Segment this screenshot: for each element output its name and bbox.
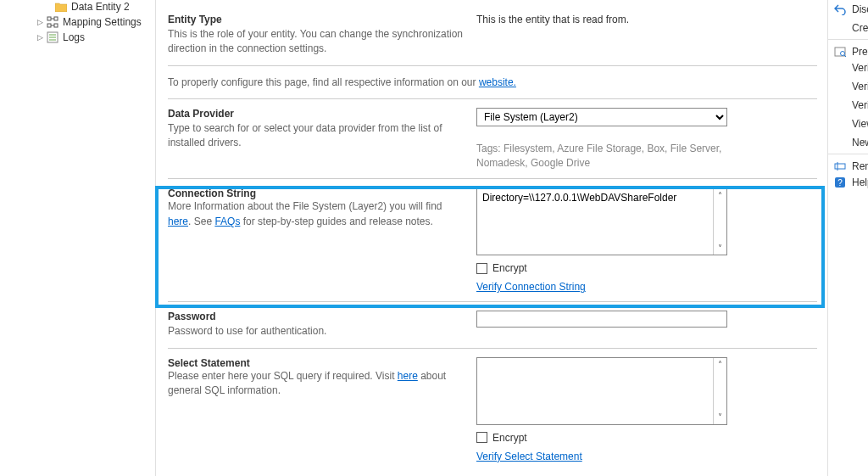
select-statement-desc: Please enter here your SQL query if requ…: [168, 369, 465, 399]
select-statement-here-link[interactable]: here: [398, 370, 418, 382]
scroll-down-icon[interactable]: ˅: [714, 411, 726, 424]
blank-icon: [833, 117, 847, 131]
rename-icon: [833, 160, 847, 173]
tree-item-logs[interactable]: ▷ Logs: [0, 31, 155, 44]
svg-rect-0: [47, 17, 51, 20]
connection-string-title: Connection String: [168, 188, 465, 199]
select-statement-input[interactable]: [477, 358, 714, 424]
undo-icon: [833, 3, 847, 16]
scrollbar[interactable]: ˄ ˅: [713, 358, 726, 424]
scroll-down-icon[interactable]: ˅: [714, 241, 726, 255]
connection-string-desc: More Information about the File System (…: [168, 199, 465, 229]
entity-type-desc: This is the role of your entity. You can…: [168, 27, 465, 57]
svg-rect-13: [835, 164, 845, 169]
help-icon: ?: [833, 176, 847, 189]
folder-icon: [54, 0, 68, 14]
verify-action-1[interactable]: Veri: [828, 59, 868, 77]
create-action[interactable]: Crea: [828, 19, 868, 37]
data-provider-title: Data Provider: [168, 108, 465, 120]
verify-connection-string-link[interactable]: Verify Connection String: [476, 281, 586, 293]
tree-item-data-entity-2[interactable]: Data Entity 2: [0, 0, 155, 14]
view-action[interactable]: View: [828, 115, 868, 133]
password-input[interactable]: [476, 311, 727, 328]
blank-icon: [833, 136, 847, 149]
entity-type-title: Entity Type: [168, 14, 465, 25]
tree-item-label: Mapping Settings: [61, 16, 142, 28]
discard-action[interactable]: Disc: [828, 0, 868, 19]
new-action[interactable]: New: [828, 133, 868, 152]
verify-select-statement-link[interactable]: Verify Select Statement: [476, 451, 582, 462]
blank-icon: [833, 98, 847, 112]
config-note-text: To properly configure this page, find al…: [168, 76, 479, 88]
svg-rect-2: [47, 24, 51, 27]
tree-item-label: Data Entity 2: [70, 1, 130, 13]
scrollbar[interactable]: ˄ ˅: [713, 188, 726, 255]
navigation-tree: Data Entity 2 ▷ Mapping Settings ▷ Logs: [0, 0, 156, 476]
connection-string-input-wrap: Directory=\\127.0.0.1\WebDAVShareFolder …: [476, 188, 727, 255]
verify-action-2[interactable]: Veri: [828, 77, 868, 96]
select-statement-input-wrap: ˄ ˅: [476, 357, 727, 425]
entity-type-info: This is the entity that is read from.: [476, 14, 817, 25]
encrypt-label: Encrypt: [492, 432, 527, 444]
data-provider-tags: Tags: Filesystem, Azure File Storage, Bo…: [476, 142, 722, 171]
data-provider-select[interactable]: File System (Layer2): [476, 108, 727, 126]
actions-pane: Disc Crea Prev Veri Veri Veri View New R…: [827, 0, 868, 476]
help-action[interactable]: ? Help: [828, 173, 868, 192]
svg-line-12: [844, 55, 846, 57]
scroll-up-icon[interactable]: ˄: [714, 358, 726, 372]
chevron-right-icon[interactable]: ▷: [36, 18, 44, 26]
rename-action[interactable]: Ren: [828, 154, 868, 173]
encrypt-checkbox[interactable]: [476, 432, 487, 443]
conn-string-faqs-link[interactable]: FAQs: [214, 216, 240, 227]
svg-text:?: ?: [837, 178, 843, 188]
encrypt-label: Encrypt: [492, 262, 527, 274]
password-title: Password: [168, 311, 465, 322]
mapping-icon: [46, 15, 59, 29]
blank-icon: [833, 21, 847, 35]
encrypt-checkbox[interactable]: [476, 263, 487, 274]
scroll-up-icon[interactable]: ˄: [714, 188, 726, 202]
main-settings-pane: Entity Type This is the role of your ent…: [156, 0, 827, 476]
tree-item-label: Logs: [61, 31, 85, 43]
svg-rect-1: [54, 17, 58, 20]
svg-rect-3: [54, 24, 58, 27]
conn-string-here-link[interactable]: here: [168, 216, 188, 227]
password-desc: Password to use for authentication.: [168, 324, 465, 339]
logs-icon: [46, 31, 59, 44]
select-statement-title: Select Statement: [168, 357, 465, 369]
config-note: To properly configure this page, find al…: [168, 66, 817, 99]
verify-action-3[interactable]: Veri: [828, 96, 868, 115]
tree-item-mapping-settings[interactable]: ▷ Mapping Settings: [0, 15, 155, 29]
website-link[interactable]: website.: [479, 76, 516, 88]
blank-icon: [833, 80, 847, 93]
data-provider-desc: Type to search for or select your data p…: [168, 121, 465, 151]
preview-icon: [833, 45, 847, 59]
preview-action[interactable]: Prev: [828, 39, 868, 59]
blank-icon: [833, 61, 847, 75]
chevron-right-icon[interactable]: ▷: [36, 33, 44, 42]
connection-string-input[interactable]: Directory=\\127.0.0.1\WebDAVShareFolder: [477, 188, 714, 255]
